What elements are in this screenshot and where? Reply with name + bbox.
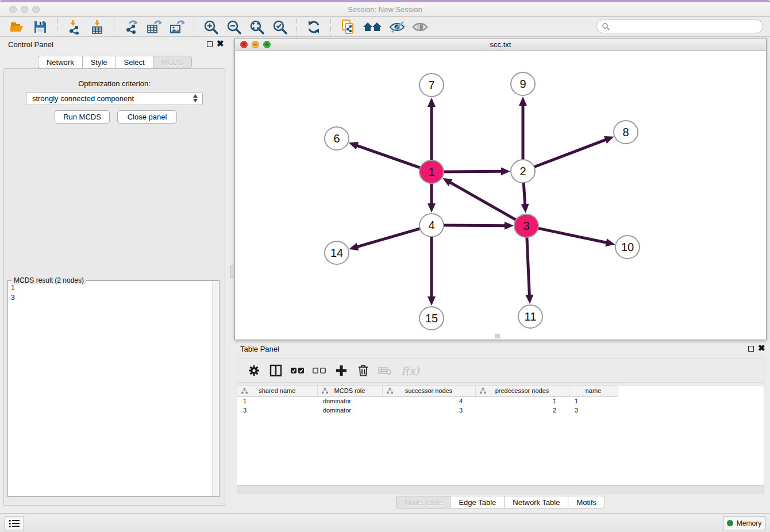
graph-node-6[interactable]: 6	[325, 127, 349, 150]
close-panel-icon[interactable]: ✖	[217, 38, 224, 49]
graph-node-15[interactable]: 15	[419, 307, 444, 330]
graph-node-7[interactable]: 7	[419, 74, 444, 97]
graph-edge-arrowhead	[501, 167, 510, 175]
table-cell[interactable]: dominator	[317, 406, 382, 415]
table-row[interactable]: 3dominator323	[237, 406, 618, 415]
table-tabs: Node Table Edge Table Network Table Moti…	[234, 496, 767, 508]
clone-network-icon[interactable]	[339, 18, 356, 36]
float-table-panel-icon[interactable]	[748, 346, 754, 352]
first-neighbors-icon[interactable]	[362, 18, 383, 36]
graph-edge-1-6[interactable]	[356, 145, 421, 168]
close-panel-button[interactable]: Close panel	[117, 110, 177, 124]
table-cell[interactable]: 3	[382, 406, 475, 415]
graph-node-10[interactable]: 10	[615, 236, 640, 259]
tab-motifs[interactable]: Motifs	[568, 496, 605, 508]
tab-mcds[interactable]: MCDS	[153, 56, 192, 68]
graph-node-14[interactable]: 14	[325, 241, 349, 264]
graph-edge-4-14[interactable]	[356, 228, 421, 247]
float-panel-icon[interactable]	[207, 41, 213, 47]
import-network-icon[interactable]	[66, 18, 83, 36]
tab-network-table[interactable]: Network Table	[504, 496, 568, 508]
graph-node-9[interactable]: 9	[511, 72, 535, 95]
task-history-button[interactable]	[5, 516, 24, 530]
search-field[interactable]	[596, 20, 763, 33]
select-all-icon[interactable]	[288, 362, 307, 379]
graph-edge-1-2[interactable]	[442, 171, 503, 172]
graph-edge-3-11[interactable]	[527, 237, 530, 296]
open-session-icon[interactable]	[9, 18, 26, 36]
graph-edge-2-8[interactable]	[533, 139, 607, 167]
refresh-layout-icon[interactable]	[305, 18, 322, 36]
node-table[interactable]: shared nameMCDS rolesuccessor nodesprede…	[237, 385, 764, 485]
network-window-titlebar[interactable]: × − + scc.txt	[235, 38, 766, 51]
table-panel: Table Panel ✖	[234, 342, 767, 510]
table-cell[interactable]: 4	[382, 396, 475, 406]
graph-edge-4-3[interactable]	[442, 225, 506, 226]
mcds-result-text: 1 3	[11, 283, 15, 303]
application-window: Session: New Session	[0, 0, 770, 532]
network-view-window: × − + scc.txt 7968124314101511	[234, 38, 767, 340]
table-cell[interactable]: dominator	[317, 396, 382, 406]
column-header-MCDS-role[interactable]: MCDS role	[317, 385, 382, 396]
graph-node-label: 9	[519, 78, 526, 90]
network-scrollbar-thumb[interactable]	[495, 334, 500, 338]
zoom-in-icon[interactable]	[202, 18, 220, 36]
control-panel-tabs: Network Style Select MCDS	[0, 56, 230, 68]
column-header-shared-name[interactable]: shared name	[237, 385, 317, 396]
titlebar: Session: New Session	[0, 2, 770, 17]
toolbar-separator	[57, 18, 57, 36]
table-cell[interactable]: 1	[569, 396, 618, 406]
zoom-selected-icon[interactable]	[271, 18, 288, 36]
eye-disabled-icon	[411, 18, 429, 36]
table-cell[interactable]: 3	[569, 406, 618, 415]
graph-edge-3-10[interactable]	[537, 228, 608, 243]
fx-label: f(x)	[402, 365, 419, 377]
tab-node-table[interactable]: Node Table	[396, 496, 451, 508]
graph-node-8[interactable]: 8	[614, 121, 638, 144]
table-cell[interactable]: 1	[475, 396, 569, 406]
graph-node-4[interactable]: 4	[419, 214, 444, 237]
graph-node-3[interactable]: 3	[514, 214, 538, 237]
add-column-icon[interactable]	[332, 362, 351, 379]
graph-node-11[interactable]: 11	[518, 305, 542, 328]
toolbar-separator	[330, 18, 331, 36]
save-session-icon[interactable]	[32, 18, 49, 36]
table-cell[interactable]: 3	[237, 406, 317, 415]
graph-node-2[interactable]: 2	[511, 160, 535, 183]
graph-node-1[interactable]: 1	[419, 160, 444, 183]
graph-edge-2-3[interactable]	[523, 182, 525, 206]
delete-column-icon[interactable]	[353, 362, 373, 379]
network-graph[interactable]: 7968124314101511	[235, 52, 766, 341]
zoom-out-icon[interactable]	[225, 18, 242, 36]
deselect-all-icon[interactable]	[310, 362, 329, 379]
column-header-successor-nodes[interactable]: successor nodes	[382, 385, 475, 396]
tab-style[interactable]: Style	[82, 56, 116, 68]
column-header-predecessor-nodes[interactable]: predecessor nodes	[475, 385, 569, 396]
export-table-icon[interactable]	[145, 18, 163, 36]
zoom-fit-icon[interactable]	[248, 18, 265, 36]
import-table-icon[interactable]	[88, 18, 106, 36]
tab-edge-table[interactable]: Edge Table	[450, 496, 504, 508]
network-canvas[interactable]: 7968124314101511	[235, 52, 766, 340]
criterion-dropdown[interactable]: strongly connected component	[26, 92, 203, 105]
panel-splitter-handle[interactable]	[230, 265, 233, 278]
tab-select[interactable]: Select	[116, 56, 153, 68]
column-header-name[interactable]: name	[569, 385, 618, 396]
gear-icon[interactable]	[244, 362, 264, 379]
split-columns-icon[interactable]	[266, 362, 286, 379]
table-horizontal-scrollbar[interactable]	[237, 485, 764, 494]
tab-network[interactable]: Network	[38, 56, 82, 68]
show-hide-graphics-details-icon[interactable]	[388, 18, 406, 36]
export-image-icon[interactable]	[168, 18, 186, 36]
table-cell[interactable]: 2	[475, 406, 569, 415]
run-mcds-button[interactable]: Run MCDS	[55, 110, 110, 124]
graph-edge-arrowhead	[428, 98, 436, 107]
memory-button[interactable]: Memory	[723, 516, 765, 530]
result-scrollbar[interactable]	[212, 282, 218, 496]
table-row[interactable]: 1dominator411	[237, 396, 618, 406]
graph-edge-3-1[interactable]	[449, 182, 517, 220]
search-input[interactable]	[610, 21, 763, 32]
table-cell[interactable]: 1	[237, 396, 317, 406]
export-network-icon[interactable]	[122, 18, 140, 36]
close-table-panel-icon[interactable]: ✖	[758, 343, 765, 353]
